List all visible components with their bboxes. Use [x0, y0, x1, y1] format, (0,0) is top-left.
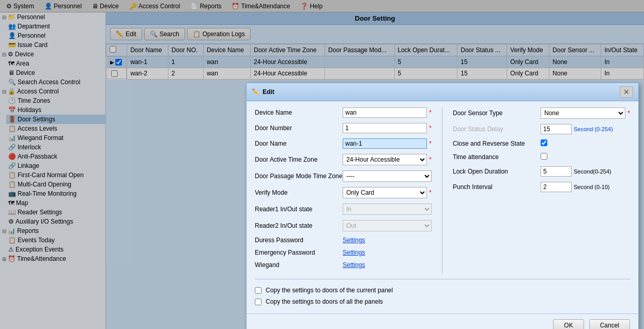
wiegand-settings-link[interactable]: Settings — [343, 261, 365, 269]
verify-mode-label: Verify Mode — [255, 189, 343, 196]
door-sensor-type-row: Door Sensor Type None Normally Open Norm… — [453, 107, 630, 119]
emergency-password-row: Emergency Password Settings — [255, 249, 432, 256]
door-status-delay-input[interactable] — [541, 124, 572, 134]
door-active-time-zone-row: Door Active Time Zone 24-Hour Accessible… — [255, 154, 432, 165]
dialog-divider — [255, 279, 630, 279]
edit-dialog: ✏️ Edit ✕ Device Name * Door Numbe — [246, 83, 639, 329]
door-sensor-type-label: Door Sensor Type — [453, 109, 541, 117]
time-attendance-checkbox[interactable] — [541, 153, 547, 160]
copy-all-label: Copy the settings to doors of all the pa… — [266, 298, 383, 305]
reader2-select[interactable]: Out In — [343, 220, 432, 231]
time-attendance-row: Time attendance — [453, 153, 630, 161]
emergency-password-label: Emergency Password — [255, 249, 343, 256]
copy-current-label: Copy the settings to doors of the curren… — [266, 287, 393, 294]
wiegand-label: Wiegand — [255, 261, 343, 269]
form-left-column: Device Name * Door Number * — [255, 107, 442, 274]
door-status-delay-row: Door Status Delay Second (0-254) — [453, 124, 630, 134]
door-status-delay-label: Door Status Delay — [453, 126, 541, 133]
copy-current-row: Copy the settings to doors of the curren… — [255, 285, 630, 296]
door-number-label: Door Number — [255, 124, 343, 132]
door-active-time-zone-label: Door Active Time Zone — [255, 156, 343, 163]
device-name-label: Device Name — [255, 109, 343, 116]
punch-interval-input[interactable] — [541, 182, 572, 192]
dialog-title-icon: ✏️ — [252, 88, 259, 96]
lock-open-duration-row: Lock Open Duration Second(0-254) — [453, 166, 630, 177]
door-number-row: Door Number * — [255, 123, 432, 133]
door-active-time-zone-select[interactable]: 24-Hour Accessible ---- — [343, 154, 427, 165]
door-passage-mode-label: Door Passage Mode Time Zone — [255, 173, 343, 180]
verify-mode-row: Verify Mode Only Card Card and Password … — [255, 187, 432, 198]
lock-open-duration-unit: Second(0-254) — [574, 168, 611, 175]
dialog-footer: OK Cancel — [247, 314, 638, 329]
close-reverse-label: Close and Revserse State — [453, 140, 541, 147]
dialog-overlay: ✏️ Edit ✕ Device Name * Door Numbe — [0, 0, 644, 329]
dialog-body: Device Name * Door Number * — [247, 101, 638, 314]
close-reverse-checkbox[interactable] — [541, 139, 547, 146]
door-name-row: Door Name * — [255, 138, 432, 149]
door-status-delay-unit: Second (0-254) — [574, 126, 613, 132]
reader2-label: Reader2 In/Out state — [255, 222, 343, 229]
door-name-required: * — [429, 140, 432, 147]
door-name-input[interactable] — [343, 138, 427, 149]
close-reverse-row: Close and Revserse State — [453, 139, 630, 148]
dialog-form: Device Name * Door Number * — [255, 107, 630, 274]
copy-all-row: Copy the settings to doors of all the pa… — [255, 296, 630, 307]
door-number-required: * — [429, 124, 432, 132]
door-sensor-type-select[interactable]: None Normally Open Normally Closed — [541, 107, 625, 119]
door-name-label: Door Name — [255, 140, 343, 147]
device-name-input[interactable] — [343, 107, 427, 118]
dialog-title-bar: ✏️ Edit ✕ — [247, 83, 638, 101]
punch-interval-row: Punch Interval Second (0-10) — [453, 182, 630, 192]
lock-open-duration-input[interactable] — [541, 166, 572, 177]
door-passage-mode-row: Door Passage Mode Time Zone ---- — [255, 170, 432, 182]
punch-interval-unit: Second (0-10) — [574, 184, 610, 190]
duress-password-settings-link[interactable]: Settings — [343, 237, 365, 244]
cancel-button[interactable]: Cancel — [589, 319, 630, 329]
reader1-select[interactable]: In Out — [343, 203, 432, 215]
verify-mode-select[interactable]: Only Card Card and Password Card or Pass… — [343, 187, 427, 198]
copy-all-checkbox[interactable] — [255, 299, 262, 305]
time-attendance-label: Time attendance — [453, 153, 541, 161]
ok-button[interactable]: OK — [553, 319, 584, 329]
door-passage-mode-select[interactable]: ---- — [343, 170, 432, 182]
form-right-column: Door Sensor Type None Normally Open Norm… — [442, 107, 630, 274]
emergency-password-settings-link[interactable]: Settings — [343, 249, 365, 256]
device-name-required: * — [429, 109, 432, 116]
lock-open-duration-label: Lock Open Duration — [453, 168, 541, 175]
verify-mode-required: * — [429, 189, 432, 196]
copy-current-checkbox[interactable] — [255, 287, 262, 294]
dialog-close-button[interactable]: ✕ — [620, 86, 633, 98]
reader2-row: Reader2 In/Out state Out In — [255, 220, 432, 231]
reader1-label: Reader1 In/Out state — [255, 206, 343, 213]
dialog-title-text: Edit — [263, 88, 274, 96]
door-active-time-zone-required: * — [429, 156, 432, 163]
duress-password-label: Duress Password — [255, 237, 343, 244]
reader1-row: Reader1 In/Out state In Out — [255, 203, 432, 215]
duress-password-row: Duress Password Settings — [255, 237, 432, 244]
punch-interval-label: Punch Interval — [453, 183, 541, 191]
door-sensor-type-required: * — [627, 109, 630, 117]
wiegand-row: Wiegand Settings — [255, 261, 432, 269]
device-name-row: Device Name * — [255, 107, 432, 118]
door-number-input[interactable] — [343, 123, 427, 133]
